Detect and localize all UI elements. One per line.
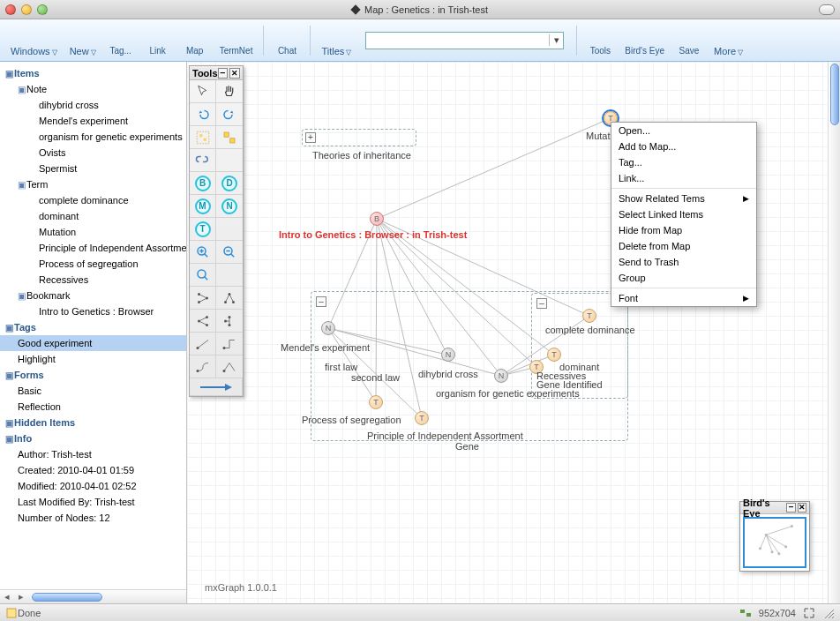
tree-section-items[interactable]: ▣Items (0, 65, 186, 81)
ctx-add-to-map[interactable]: Add to Map... (611, 138, 756, 154)
toolbar-tag[interactable]: Tag... (103, 23, 139, 57)
tree-item[interactable]: Reflection (0, 399, 186, 415)
tree-item[interactable]: Recessives (0, 272, 186, 288)
tool-pointer[interactable] (190, 80, 216, 103)
birdseye-minimize-button[interactable]: – (786, 503, 795, 513)
ctx-select-linked[interactable]: Select Linked Items (611, 206, 756, 222)
status-expand-icon[interactable] (803, 607, 815, 619)
tree-item[interactable]: Mutation (0, 224, 186, 240)
tool-redo[interactable] (216, 103, 243, 126)
tree-item[interactable]: Process of segregation (0, 256, 186, 272)
ctx-group[interactable]: Group (611, 270, 756, 286)
birdseye-panel[interactable]: Bird's Eye – ✕ (739, 501, 810, 572)
toolbar-termnet[interactable]: TermNet (214, 23, 259, 57)
tree-group-note[interactable]: ▣Note (0, 81, 186, 97)
tool-undo[interactable] (190, 103, 216, 126)
tree-item[interactable]: Spermist (0, 161, 186, 176)
node-complete[interactable]: T (582, 309, 596, 323)
ctx-show-related[interactable]: Show Related Tems▶ (611, 191, 756, 206)
palette-close-button[interactable]: ✕ (229, 68, 240, 79)
tool-link[interactable] (190, 149, 216, 172)
tool-layout3[interactable] (190, 310, 216, 333)
tree-section-info[interactable]: ▣Info (0, 430, 186, 446)
tree-item[interactable]: Ovists (0, 145, 186, 161)
tree-item[interactable]: Mendel's experiment (0, 113, 186, 129)
ctx-trash[interactable]: Send to Trash (611, 254, 756, 270)
tree-item[interactable]: Intro to Genetics : Browser (0, 303, 186, 319)
status-resize-icon[interactable] (822, 607, 835, 619)
toolbar-save[interactable]: Save (671, 23, 707, 57)
toolbar-new[interactable]: New▽ (64, 23, 101, 58)
canvas[interactable]: Tools – ✕ B D M N T (187, 62, 840, 603)
canvas-inner[interactable]: Tools – ✕ B D M N T (187, 62, 828, 603)
minimize-window-button[interactable] (21, 4, 32, 15)
tree-group-term[interactable]: ▣Term (0, 176, 186, 192)
node-process[interactable]: T (369, 395, 383, 409)
tree-item-highlight[interactable]: Highlight (0, 351, 186, 367)
group-mendel-collapse[interactable]: – (316, 296, 326, 307)
birdseye-header[interactable]: Bird's Eye – ✕ (740, 502, 809, 514)
zoom-window-button[interactable] (37, 4, 48, 15)
context-menu[interactable]: Open... Add to Map... Tag... Link... Sho… (611, 122, 757, 307)
close-window-button[interactable] (5, 4, 16, 15)
tool-pan[interactable] (216, 80, 243, 103)
tool-edge1[interactable] (190, 333, 216, 355)
node-principle[interactable]: T (415, 411, 429, 425)
tool-select-all[interactable] (190, 126, 216, 149)
tool-edge4[interactable] (216, 355, 243, 378)
tool-node-b[interactable]: B (190, 172, 216, 195)
tree-item[interactable]: Basic (0, 383, 186, 399)
tool-zoom-fit[interactable] (190, 264, 216, 287)
toolbar-windows[interactable]: Windows▽ (5, 23, 63, 58)
group-theories-expand[interactable]: + (305, 132, 316, 143)
group-theories[interactable] (302, 129, 416, 146)
tool-zoom-in[interactable] (190, 241, 216, 264)
palette-minimize-button[interactable]: – (218, 68, 229, 79)
tool-group[interactable] (216, 126, 243, 149)
tool-edge3[interactable] (190, 355, 216, 378)
canvas-v-scrollbar[interactable] (828, 62, 840, 603)
search-dropdown-button[interactable]: ▾ (549, 34, 563, 46)
toolbar-toggle-button[interactable] (819, 4, 835, 15)
tool-zoom-out[interactable] (216, 241, 243, 264)
tool-node-d[interactable]: D (216, 172, 243, 195)
tree-item-good-experiment[interactable]: Good experiment (0, 335, 186, 351)
node-dominant[interactable]: T (547, 348, 561, 362)
tools-palette[interactable]: Tools – ✕ B D M N T (189, 65, 244, 397)
tree-item[interactable]: dihybrid cross (0, 97, 186, 113)
toolbar-chat[interactable]: Chat (269, 23, 304, 57)
tool-layout2[interactable] (216, 287, 243, 310)
tree-item[interactable]: complete dominance (0, 192, 186, 208)
sidebar-h-scrollbar[interactable]: ◂ ▸ (0, 589, 186, 603)
ctx-hide[interactable]: Hide from Map (611, 222, 756, 238)
ctx-delete[interactable]: Delete from Map (611, 238, 756, 254)
scroll-left-icon[interactable]: ◂ (0, 591, 14, 602)
toolbar-more[interactable]: More▽ (709, 23, 748, 58)
toolbar-tools[interactable]: Tools (582, 23, 618, 57)
tree-group-bookmark[interactable]: ▣Bookmark (0, 288, 186, 303)
tool-node-n[interactable]: N (216, 195, 243, 218)
ctx-font[interactable]: Font▶ (611, 290, 756, 306)
ctx-open[interactable]: Open... (611, 123, 756, 138)
scroll-thumb[interactable] (32, 593, 102, 602)
toolbar-titles[interactable]: Titles▽ (316, 23, 356, 58)
tree-item[interactable]: Principle of Independent Assortment (0, 240, 186, 256)
tool-node-m[interactable]: M (190, 195, 216, 218)
birdseye-close-button[interactable]: ✕ (798, 503, 806, 513)
search-input[interactable] (366, 33, 549, 49)
node-browser[interactable]: B (370, 212, 384, 226)
scroll-right-icon[interactable]: ▸ (14, 591, 28, 602)
birdseye-view[interactable] (740, 514, 809, 571)
toolbar-link[interactable]: Link (140, 23, 176, 57)
node-organism[interactable]: N (494, 369, 508, 383)
tool-layout1[interactable] (190, 287, 216, 310)
tree-item[interactable]: dominant (0, 208, 186, 224)
tool-edge2[interactable] (216, 333, 243, 355)
v-scroll-thumb[interactable] (830, 64, 839, 125)
search-combo[interactable]: ▾ (365, 32, 564, 49)
group-complete-collapse[interactable]: – (536, 298, 547, 309)
ctx-tag[interactable]: Tag... (611, 154, 756, 170)
tool-layout4[interactable] (216, 310, 243, 333)
node-mendel[interactable]: N (321, 321, 335, 335)
ctx-link[interactable]: Link... (611, 170, 756, 186)
